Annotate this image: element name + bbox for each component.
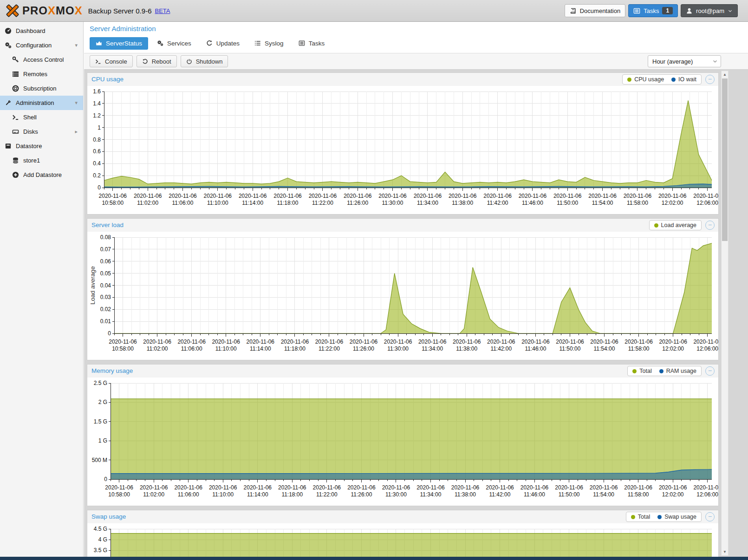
sidebar-item-administration[interactable]: Administration▾ [0, 96, 83, 110]
top-header-bar: PROXMOX Backup Server 0.9-6 BETA Documen… [0, 0, 748, 22]
legend-item-load-average[interactable]: Load average [654, 222, 696, 228]
sidebar-nav: DashboardConfiguration▾Access ControlRem… [0, 22, 84, 557]
svg-text:1.2: 1.2 [93, 112, 101, 119]
tab-syslog[interactable]: Syslog [248, 37, 290, 50]
sidebar-item-add-datastore[interactable]: Add Datastore [0, 168, 83, 182]
collapse-panel-icon[interactable]: − [705, 366, 715, 376]
sidebar-item-datastore[interactable]: Datastore [0, 139, 83, 153]
vertical-scrollbar[interactable]: ▲ ▼ [721, 71, 728, 556]
legend-label: Total [639, 368, 651, 374]
svg-text:0.2: 0.2 [93, 172, 101, 179]
chart-legend: TotalRAM usage [627, 366, 702, 376]
svg-text:1.4: 1.4 [93, 100, 101, 107]
tasks-button[interactable]: Tasks 1 [628, 4, 678, 17]
svg-text:2020-11-06: 2020-11-06 [519, 193, 547, 199]
legend-label: Load average [661, 222, 696, 228]
legend-dot [654, 223, 658, 228]
chevron-down-icon [728, 8, 733, 13]
svg-text:10:58:00: 10:58:00 [102, 200, 124, 206]
tab-serverstatus[interactable]: ServerStatus [90, 37, 148, 50]
scrollbar-thumb[interactable] [722, 78, 728, 241]
shutdown-button[interactable]: Shutdown [181, 55, 228, 67]
svg-text:11:46:00: 11:46:00 [522, 200, 543, 206]
sidebar-item-dashboard[interactable]: Dashboard [0, 24, 83, 38]
svg-text:2020-11-06: 2020-11-06 [659, 484, 687, 491]
collapse-panel-icon[interactable]: − [705, 221, 715, 230]
svg-text:1: 1 [98, 124, 101, 131]
svg-text:2020-11-06: 2020-11-06 [451, 484, 480, 491]
beta-link[interactable]: BETA [155, 7, 170, 14]
svg-text:2020-11-06: 2020-11-06 [453, 339, 481, 345]
svg-text:2020-11-06: 2020-11-06 [556, 339, 584, 345]
disks-icon [12, 128, 19, 135]
svg-text:11:50:00: 11:50:00 [557, 200, 578, 206]
chart-area: 0500 M1 G1.5 G2 G2.5 G2020-11-0610:58:00… [87, 378, 718, 506]
svg-text:11:02:00: 11:02:00 [143, 491, 164, 498]
sidebar-item-disks[interactable]: Disks▸ [0, 124, 83, 139]
svg-text:2020-11-06: 2020-11-06 [624, 339, 653, 345]
tab-services[interactable]: Services [151, 37, 197, 50]
user-menu-button[interactable]: root@pam [681, 4, 738, 17]
legend-item-total[interactable]: Total [631, 514, 650, 520]
tab-tasks[interactable]: Tasks [293, 37, 331, 50]
collapse-panel-icon[interactable]: − [705, 75, 715, 84]
tab-updates[interactable]: Updates [200, 37, 246, 50]
svg-text:11:10:00: 11:10:00 [215, 345, 237, 352]
main-content: Server Administration ServerStatusServic… [84, 22, 748, 557]
remotes-icon [12, 71, 19, 78]
documentation-button[interactable]: Documentation [565, 4, 625, 17]
svg-text:11:58:00: 11:58:00 [628, 491, 649, 498]
svg-text:0: 0 [98, 184, 101, 191]
sidebar-item-remotes[interactable]: Remotes [0, 67, 83, 81]
panel-swap-usage: Swap usageTotalSwap usage−0500 M1 G1.5 G… [87, 510, 719, 557]
svg-text:11:42:00: 11:42:00 [490, 345, 512, 352]
sidebar-item-label: Subscription [23, 85, 57, 92]
sidebar-item-access-control[interactable]: Access Control [0, 52, 83, 67]
refresh-icon [206, 40, 213, 46]
sidebar-item-store1[interactable]: store1 [0, 153, 83, 168]
svg-text:11:26:00: 11:26:00 [347, 200, 368, 206]
svg-text:2020-11-06: 2020-11-06 [105, 484, 133, 491]
svg-text:11:34:00: 11:34:00 [422, 345, 443, 352]
svg-text:11:02:00: 11:02:00 [147, 345, 168, 352]
sidebar-item-shell[interactable]: Shell [0, 110, 83, 124]
svg-text:10:58:00: 10:58:00 [108, 491, 130, 498]
svg-text:11:26:00: 11:26:00 [351, 491, 372, 498]
svg-text:0.07: 0.07 [100, 246, 111, 253]
time-range-select[interactable]: Hour (average) [648, 55, 721, 67]
legend-item-ram-usage[interactable]: RAM usage [659, 368, 696, 374]
legend-item-cpu-usage[interactable]: CPU usage [627, 76, 664, 83]
legend-label: Swap usage [664, 514, 696, 520]
svg-text:2020-11-06: 2020-11-06 [382, 484, 410, 491]
svg-text:0.03: 0.03 [100, 294, 111, 300]
svg-text:11:22:00: 11:22:00 [316, 491, 338, 498]
svg-text:11:02:00: 11:02:00 [137, 200, 158, 206]
chart-legend: TotalSwap usage [626, 512, 702, 522]
legend-item-swap-usage[interactable]: Swap usage [657, 514, 696, 520]
scroll-up-arrow[interactable]: ▲ [722, 71, 728, 78]
svg-text:2020-11-06: 2020-11-06 [239, 193, 267, 199]
reboot-button[interactable]: Reboot [137, 55, 177, 67]
legend-item-total[interactable]: Total [632, 368, 651, 374]
console-button[interactable]: Console [90, 55, 133, 67]
svg-text:2020-11-06: 2020-11-06 [143, 339, 171, 345]
svg-text:11:30:00: 11:30:00 [382, 200, 403, 206]
subscription-icon [12, 85, 19, 92]
tasks-icon [299, 40, 305, 46]
areaChart-icon [96, 40, 102, 46]
scroll-down-arrow[interactable]: ▼ [722, 548, 728, 555]
svg-text:1.6: 1.6 [93, 88, 101, 95]
task-list-icon [633, 7, 640, 14]
panel-memory-usage: Memory usageTotalRAM usage−0500 M1 G1.5 … [87, 364, 719, 506]
sidebar-item-configuration[interactable]: Configuration▾ [0, 38, 83, 52]
user-label: root@pam [696, 7, 724, 14]
sidebar-item-subscription[interactable]: Subscription [0, 81, 83, 96]
legend-item-io-wait[interactable]: IO wait [671, 76, 696, 83]
svg-text:2020-11-06: 2020-11-06 [247, 339, 275, 345]
svg-text:2020-11-06: 2020-11-06 [693, 339, 718, 345]
panel-cpu-usage: CPU usageCPU usageIO wait−00.20.40.60.81… [87, 72, 719, 215]
collapse-panel-icon[interactable]: − [705, 512, 715, 521]
svg-text:2020-11-06: 2020-11-06 [169, 193, 197, 199]
user-icon [686, 7, 693, 14]
svg-text:10:58:00: 10:58:00 [112, 345, 134, 352]
